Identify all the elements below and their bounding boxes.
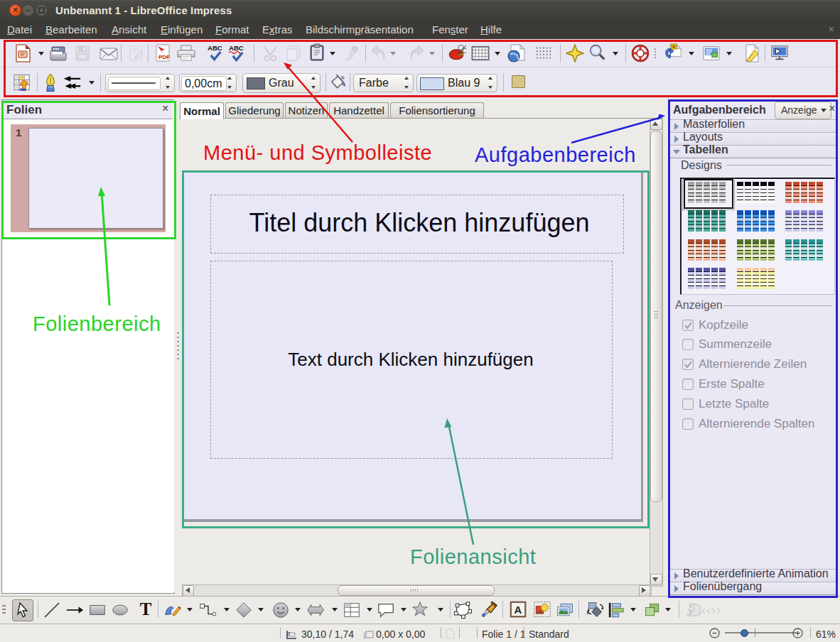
svg-text:ABC: ABC [208,44,222,52]
svg-text:ABC: ABC [229,44,244,52]
svg-text:PDF: PDF [158,54,170,60]
svg-text:A: A [514,604,522,616]
